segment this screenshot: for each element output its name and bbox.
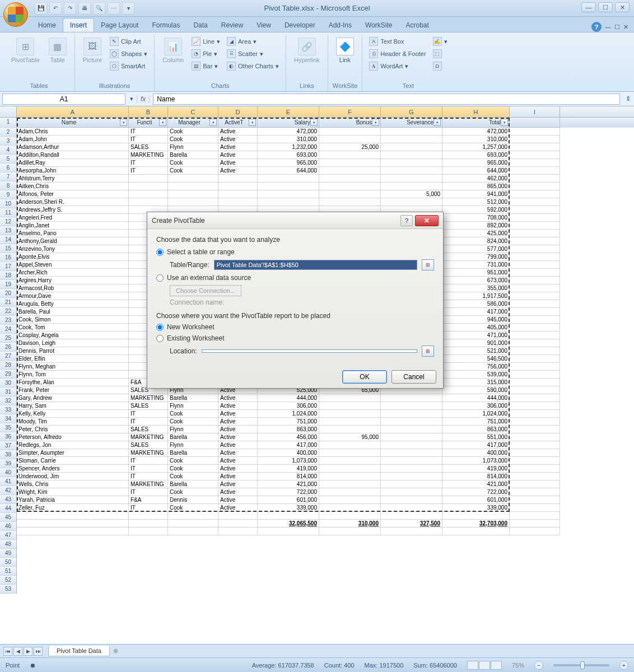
rownum-19[interactable]: 19 (0, 280, 17, 289)
cell[interactable]: 521,000 (442, 347, 510, 355)
name-box[interactable]: A1 (2, 94, 125, 105)
rownum-36[interactable]: 36 (0, 432, 17, 441)
cell[interactable] (510, 394, 560, 402)
cell[interactable]: Adam,Chris (17, 128, 129, 136)
cell[interactable] (381, 167, 442, 175)
rownum-46[interactable]: 46 (0, 522, 17, 531)
rownum-2[interactable]: 2 (0, 128, 17, 137)
rownum-12[interactable]: 12 (0, 217, 17, 226)
cell[interactable]: IT (129, 418, 168, 426)
cell[interactable]: 901,000 (442, 339, 510, 347)
cell[interactable] (319, 465, 381, 473)
cell[interactable] (381, 128, 442, 136)
rownum-15[interactable]: 15 (0, 244, 17, 253)
rownum-35[interactable]: 35 (0, 423, 17, 432)
tab-pagelayout[interactable]: Page Layout (94, 18, 145, 32)
rownum-18[interactable]: 18 (0, 271, 17, 280)
sheet-nav-first[interactable]: ⏮ (3, 647, 12, 656)
cell[interactable] (319, 504, 381, 512)
rownum-41[interactable]: 41 (0, 477, 17, 486)
cell[interactable]: 5,000 (381, 190, 442, 198)
cell[interactable]: Anderson,Sheri R. (17, 198, 129, 206)
cell[interactable]: Aponte,Elvis (17, 253, 129, 261)
cell[interactable] (129, 175, 168, 183)
rownum-31[interactable]: 31 (0, 388, 17, 396)
office-button[interactable] (3, 2, 28, 27)
colhead-g[interactable]: G (381, 106, 442, 117)
filter-bonus[interactable]: ▾ (372, 119, 379, 126)
cell[interactable] (381, 143, 442, 151)
cell[interactable] (319, 496, 381, 504)
filter-activet[interactable]: ▾ (249, 119, 256, 126)
cell[interactable] (510, 339, 560, 347)
cell[interactable]: 546,500 (442, 355, 510, 363)
cell[interactable] (510, 159, 560, 167)
cell[interactable] (510, 324, 560, 332)
cell[interactable] (129, 183, 168, 190)
cell[interactable]: 315,000 (442, 379, 510, 386)
cell[interactable]: 892,000 (442, 222, 510, 230)
cell[interactable] (381, 151, 442, 159)
rownum-33[interactable]: 33 (0, 405, 17, 414)
picture-button[interactable]: 🖼Picture (80, 36, 105, 65)
cell[interactable]: 444,000 (258, 394, 319, 402)
cell[interactable]: 444,000 (442, 394, 510, 402)
smartart-button[interactable]: ⬡SmartArt (108, 60, 150, 72)
cell[interactable] (510, 363, 560, 371)
cell[interactable]: Wells, Chris (17, 480, 129, 488)
formula-expand-icon[interactable]: ⇕ (622, 95, 634, 102)
cell[interactable] (510, 441, 560, 449)
colhead-b[interactable]: B (129, 106, 168, 117)
cell[interactable]: 400,000 (258, 449, 319, 457)
qat-save[interactable]: 💾 (35, 2, 47, 15)
cell[interactable]: Active (218, 410, 258, 418)
cell[interactable] (319, 394, 381, 402)
cell[interactable]: 644,000 (442, 167, 510, 175)
cell[interactable]: Active (218, 151, 258, 159)
cell[interactable] (510, 465, 560, 473)
cell[interactable]: 1,232,000 (258, 143, 319, 151)
cell[interactable]: Armour,Dave (17, 292, 129, 300)
cell[interactable] (510, 237, 560, 245)
rownum-45[interactable]: 45 (0, 513, 17, 522)
qat-print[interactable]: 🖶 (78, 2, 91, 15)
rownum-23[interactable]: 23 (0, 316, 17, 325)
qat-preview[interactable]: 🔍 (93, 2, 105, 15)
rownum-1[interactable]: 1 (0, 118, 17, 128)
zoom-in-button[interactable]: + (619, 661, 628, 670)
wordart-button[interactable]: 𝐀WordArt ▾ (367, 60, 428, 72)
formula-input[interactable]: Name (153, 94, 620, 105)
cell[interactable] (258, 198, 319, 206)
tab-review[interactable]: Review (215, 18, 250, 32)
cell[interactable]: 1,024,000 (442, 410, 510, 418)
rownum-8[interactable]: 8 (0, 181, 17, 190)
radio-select-range-input[interactable] (156, 249, 164, 256)
cell[interactable]: Active (218, 488, 258, 496)
tab-data[interactable]: Data (187, 18, 214, 32)
cell[interactable]: Cook (168, 167, 218, 175)
cell[interactable] (319, 151, 381, 159)
rownum-48[interactable]: 48 (0, 540, 17, 549)
ribbon-restore[interactable]: ☐ (614, 24, 620, 31)
cell[interactable]: 400,000 (442, 449, 510, 457)
cell[interactable]: SALES (129, 426, 168, 433)
cell[interactable]: 472,000 (258, 128, 319, 136)
rownum-50[interactable]: 50 (0, 558, 17, 567)
cell[interactable] (381, 183, 442, 190)
cell[interactable]: Flynn (168, 402, 218, 410)
radio-select-range[interactable]: Select a table or range (156, 248, 434, 256)
cell[interactable]: Active (218, 465, 258, 473)
cell[interactable]: 731,000 (442, 261, 510, 269)
cell[interactable]: Simpter, Asumpter (17, 449, 129, 457)
cell[interactable]: Kelly, Kelly (17, 410, 129, 418)
cell[interactable] (510, 488, 560, 496)
cell[interactable]: 693,000 (442, 151, 510, 159)
view-pagebreak[interactable] (491, 661, 502, 670)
cell[interactable]: 1,917,500 (442, 292, 510, 300)
colhead-f[interactable]: F (319, 106, 381, 117)
rownum-27[interactable]: 27 (0, 352, 17, 361)
rownum-47[interactable]: 47 (0, 531, 17, 540)
cell[interactable]: Barella (168, 480, 218, 488)
cell[interactable] (381, 480, 442, 488)
cell[interactable] (510, 410, 560, 418)
